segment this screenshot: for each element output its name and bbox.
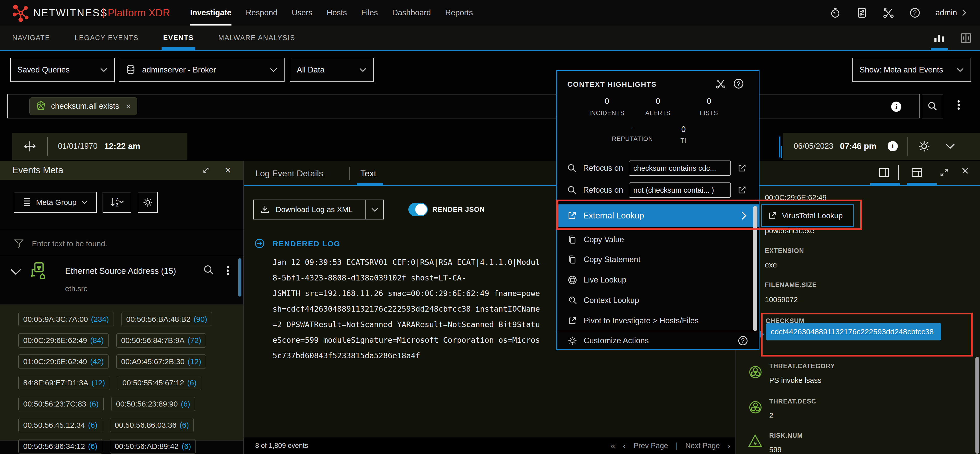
extension-value[interactable]: exe (765, 261, 777, 269)
rendered-log-text[interactable]: Jan 12 09:39:53 ECATSRV01 CEF:0|RSA|RSA … (272, 258, 563, 367)
context-help-icon[interactable]: ? (733, 78, 745, 89)
chevron-down-icon[interactable] (371, 207, 378, 212)
close-panel-icon[interactable]: × (224, 165, 231, 175)
context-tools-icon[interactable] (715, 78, 726, 89)
risk-num-value[interactable]: 599 (769, 446, 781, 454)
meta-value-pill[interactable]: 01:0C:29:6E:62:49(42) (18, 354, 109, 369)
menu-item-copy-value[interactable]: Copy Value (557, 229, 759, 250)
detail-scrollbar-thumb[interactable] (975, 357, 979, 454)
service-dropdown[interactable]: adminserver - Broker (119, 58, 285, 82)
tab-log-event-details[interactable]: Log Event Details (255, 169, 323, 178)
meta-kebab-menu[interactable] (227, 264, 229, 277)
left-scrollbar-thumb[interactable] (238, 258, 242, 296)
saved-queries-dropdown[interactable]: Saved Queries (10, 58, 115, 82)
meta-settings-button[interactable] (138, 192, 158, 213)
close-detail-icon[interactable]: × (961, 164, 969, 177)
query-kebab-menu[interactable] (958, 99, 960, 111)
help-icon[interactable]: ? (909, 7, 921, 19)
meta-value-pill[interactable]: 00:05:9A:3C:7A:00(234) (18, 312, 114, 327)
show-meta-events-dropdown[interactable]: Show: Meta and Events (853, 58, 971, 82)
detail-filename[interactable]: powershell.exe (765, 226, 814, 235)
meta-value-pill[interactable]: 00:A9:45:67:2B:30(12) (116, 354, 206, 369)
meta-search-icon[interactable] (203, 264, 215, 276)
subtab-navigate[interactable]: NAVIGATE (12, 25, 50, 50)
menu-item-live-lookup[interactable]: Live Lookup (557, 270, 759, 290)
render-json-toggle[interactable] (408, 203, 428, 216)
tab-text[interactable]: Text (360, 169, 376, 178)
pan-timeline-icon[interactable] (23, 139, 37, 153)
help-icon[interactable]: ? (737, 335, 749, 346)
subtab-malware-analysis[interactable]: MALWARE ANALYSIS (218, 25, 295, 50)
menu-item-pivot-hosts-files[interactable]: Pivot to Investigate > Hosts/Files (557, 311, 759, 331)
checksum-value-highlighted[interactable]: cdcf44263048891132176c222593dd248cbfcc38 (766, 323, 941, 341)
column-settings-icon[interactable] (959, 32, 972, 45)
events-settings-gear-icon[interactable] (918, 140, 931, 153)
next-page-icon[interactable]: › (728, 441, 730, 451)
meta-value-pill[interactable]: 00:50:56:23:89:90(6) (111, 397, 195, 411)
meta-group-dropdown[interactable]: Meta Group (14, 192, 97, 213)
tab-dashboard[interactable]: Dashboard (392, 0, 431, 25)
detail-eth-value[interactable]: 00:0C:29:6E:62:49 (765, 193, 827, 202)
user-menu[interactable]: admin (935, 8, 967, 18)
subtab-legacy-events[interactable]: LEGACY EVENTS (75, 25, 139, 50)
events-chart-icon[interactable] (933, 32, 945, 45)
svg-text:A: A (116, 198, 119, 202)
menu-scrollbar-thumb[interactable] (753, 206, 757, 331)
expand-panel-icon[interactable] (202, 166, 210, 175)
meta-value-pill[interactable]: 00:50:56:AD:89:42(6) (110, 439, 196, 454)
sort-meta-button[interactable]: A Z (103, 192, 131, 213)
timer-icon[interactable] (829, 7, 841, 19)
menu-item-external-lookup[interactable]: External Lookup (557, 204, 759, 227)
menu-item-refocus-contains[interactable]: Refocus on checksum contains cdc... (557, 158, 759, 178)
query-info-icon[interactable]: i (891, 102, 901, 112)
meta-value-pill[interactable]: 00:0C:29:6E:62:49(84) (18, 333, 109, 347)
query-search-button[interactable] (922, 94, 943, 118)
menu-item-copy-statement[interactable]: Copy Statement (557, 249, 759, 270)
filesize-value[interactable]: 10059072 (765, 296, 798, 304)
meta-value-pill[interactable]: 84:8F:69:E7:D1:3A(12) (18, 376, 110, 390)
meta-value-pill[interactable]: 00:50:55:45:67:12(6) (118, 376, 202, 390)
next-page-button[interactable]: Next Page (685, 441, 720, 450)
tab-investigate[interactable]: Investigate (190, 0, 231, 25)
menu-item-customize-actions[interactable]: Customize Actions ? (557, 332, 759, 349)
submenu-virustotal-lookup[interactable]: VirusTotal Lookup (761, 204, 854, 226)
collapse-group-icon[interactable] (10, 268, 22, 276)
split-right-layout-icon[interactable] (878, 166, 890, 178)
meta-value-pill[interactable]: 00:50:56:23:7C:83(6) (18, 397, 103, 411)
time-info-icon[interactable]: i (888, 141, 898, 151)
remove-filter-icon[interactable]: × (126, 101, 131, 111)
split-top-layout-icon[interactable] (911, 166, 923, 178)
meta-value-pill[interactable]: 00:50:56:86:34:12(6) (18, 439, 102, 454)
first-page-icon[interactable]: « (611, 441, 615, 451)
meta-value-pill[interactable]: 00:50:56:BA:48:B2(90) (121, 312, 212, 327)
end-date[interactable]: 06/05/2023 (794, 142, 833, 151)
start-time[interactable]: 12:22 am (104, 142, 140, 151)
prev-page-icon[interactable]: ‹ (623, 441, 626, 451)
tab-reports[interactable]: Reports (445, 0, 473, 25)
time-range-dropdown[interactable]: All Data (290, 58, 374, 82)
meta-value-pill[interactable]: 00:50:56:45:12:34(6) (18, 418, 102, 432)
tab-respond[interactable]: Respond (246, 0, 277, 25)
collapse-timeline-icon[interactable] (945, 143, 955, 149)
threat-category-value[interactable]: PS invoke lsass (769, 376, 821, 385)
menu-item-context-lookup[interactable]: Context Lookup (557, 290, 759, 311)
tab-hosts[interactable]: Hosts (327, 0, 347, 25)
end-time[interactable]: 07:46 pm (840, 142, 877, 151)
meta-value-pill[interactable]: 00:50:56:86:03:36(6) (110, 418, 194, 432)
subtab-events[interactable]: EVENTS (163, 25, 194, 50)
menu-item-refocus-not-contains[interactable]: Refocus on not (checksum contai... ) (557, 180, 759, 200)
tools-icon[interactable] (883, 7, 894, 19)
meta-value-pill[interactable]: 00:50:56:84:7B:9A(72) (116, 333, 206, 347)
expand-detail-icon[interactable] (939, 167, 950, 178)
query-filter-bar[interactable]: checksum.all exists × i (7, 94, 920, 118)
start-date[interactable]: 01/01/1970 (58, 142, 97, 151)
meta-filter-input[interactable]: Enter text to be found. (14, 239, 107, 249)
threat-desc-value[interactable]: 2 (769, 411, 773, 420)
tab-users[interactable]: Users (292, 0, 312, 25)
meta-key-title[interactable]: Ethernet Source Address (15) (65, 266, 176, 276)
download-log-button[interactable]: Download Log as XML (253, 199, 384, 220)
filter-pill[interactable]: checksum.all exists × (29, 97, 137, 115)
tab-files[interactable]: Files (361, 0, 378, 25)
jobs-icon[interactable] (856, 7, 868, 19)
prev-page-button[interactable]: Prev Page (633, 441, 668, 450)
